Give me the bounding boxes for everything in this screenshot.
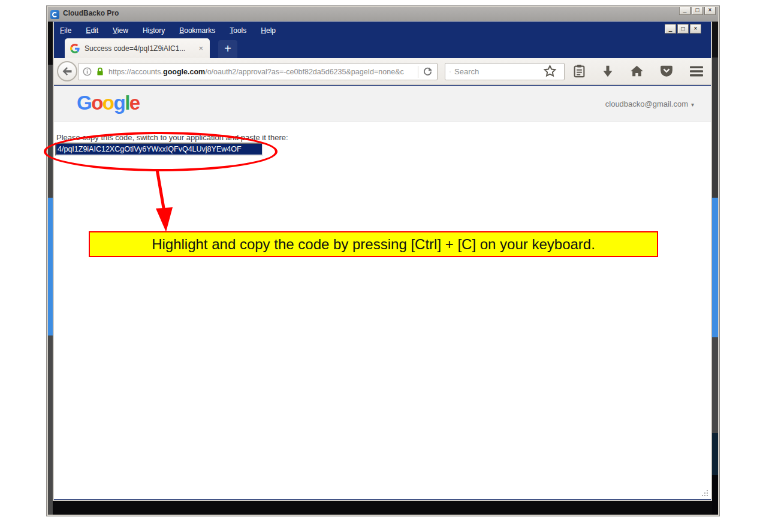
- firefox-window-controls: _ □ ×: [665, 24, 701, 34]
- google-header-band: Google cloudbacko@gmail.com▾: [54, 86, 711, 122]
- url-prefix: https://accounts.: [108, 68, 163, 76]
- annotation-arrow: [144, 168, 180, 234]
- google-favicon-icon: [70, 44, 80, 53]
- pocket-icon[interactable]: [660, 65, 673, 77]
- cloudbacko-titlebar: CloudBacko Pro _ □ ×: [48, 7, 718, 22]
- cloudbacko-left-sliver: [48, 22, 53, 515]
- copy-instruction-text: Please copy this code, switch to your ap…: [56, 133, 288, 142]
- site-info-icon[interactable]: [83, 67, 92, 76]
- new-tab-button[interactable]: +: [218, 40, 237, 58]
- account-email: cloudbacko@gmail.com: [605, 99, 688, 108]
- edge-segment: [712, 58, 718, 198]
- cloudbacko-content-behind: FileEditViewHistoryBookmarksToolsHelp _ …: [48, 22, 718, 515]
- account-menu[interactable]: cloudbacko@gmail.com▾: [605, 99, 694, 108]
- auth-code-input[interactable]: 4/pqI1Z9iAIC12XCgOtiVy6YWxxIQFvQ4LUvj8YE…: [55, 143, 263, 156]
- edge-segment: [712, 433, 718, 475]
- bookmarks-sidebar-icon[interactable]: [573, 64, 586, 78]
- close-button[interactable]: ×: [690, 24, 701, 34]
- downloads-icon[interactable]: [602, 65, 614, 78]
- toolbar-icons: [543, 64, 704, 78]
- navigation-toolbar: https://accounts.google.com/o/oauth2/app…: [54, 58, 711, 85]
- menu-item-tools[interactable]: Tools: [230, 26, 246, 35]
- resize-grip[interactable]: [699, 488, 708, 496]
- cloudbacko-window-title: CloudBacko Pro: [63, 9, 119, 17]
- edge-segment: [48, 22, 53, 65]
- url-text[interactable]: https://accounts.google.com/o/oauth2/app…: [108, 68, 414, 76]
- edge-segment: [712, 337, 718, 433]
- annotation-note: Highlight and copy the code by pressing …: [89, 231, 658, 257]
- url-bar[interactable]: https://accounts.google.com/o/oauth2/app…: [78, 63, 438, 80]
- cloudbacko-right-sliver: [712, 22, 718, 515]
- menu-item-view[interactable]: View: [113, 26, 128, 35]
- minimize-button[interactable]: _: [665, 24, 676, 34]
- edge-segment: [48, 335, 53, 515]
- url-path: /o/oauth2/approval?as=-ce0bf82da5d6235&p…: [205, 68, 404, 76]
- close-button[interactable]: ×: [704, 7, 716, 15]
- url-domain: google.com: [163, 68, 205, 76]
- menu-item-history[interactable]: History: [143, 26, 165, 35]
- back-arrow-icon: [62, 67, 73, 75]
- tab-success-code[interactable]: Success code=4/pqI1Z9iAIC1... ×: [65, 38, 210, 58]
- tab-strip: Success code=4/pqI1Z9iAIC1... × +: [54, 38, 711, 58]
- logo-letter: G: [77, 92, 91, 114]
- search-icon: [450, 68, 451, 76]
- reload-icon[interactable]: [423, 66, 433, 77]
- google-logo: Google: [77, 92, 140, 114]
- menu-item-help[interactable]: Help: [261, 26, 276, 35]
- cloudbacko-app-icon: [50, 10, 59, 19]
- menu-item-file[interactable]: File: [60, 26, 71, 35]
- edge-segment: [712, 22, 718, 58]
- menu-item-bookmarks[interactable]: Bookmarks: [179, 26, 215, 35]
- logo-letter: l: [125, 92, 129, 114]
- edge-segment: [712, 198, 718, 337]
- edge-segment: [48, 65, 53, 198]
- menu-bar: FileEditViewHistoryBookmarksToolsHelp: [54, 22, 711, 38]
- home-icon[interactable]: [630, 65, 644, 77]
- tab-title: Success code=4/pqI1Z9iAIC1...: [85, 44, 192, 53]
- secure-lock-icon[interactable]: [96, 67, 104, 76]
- hamburger-menu-icon[interactable]: [689, 65, 704, 77]
- logo-letter: o: [91, 92, 102, 114]
- logo-letter: g: [114, 92, 125, 114]
- edge-segment: [712, 475, 718, 515]
- logo-letter: o: [102, 92, 114, 114]
- logo-letter: e: [129, 92, 140, 114]
- bookmark-star-icon[interactable]: [543, 64, 557, 78]
- menu-item-edit[interactable]: Edit: [86, 26, 98, 35]
- edge-segment: [48, 198, 53, 335]
- maximize-button[interactable]: □: [677, 24, 689, 34]
- chevron-down-icon: ▾: [691, 101, 694, 108]
- auth-code-selected-text: 4/pqI1Z9iAIC12XCgOtiVy6YWxxIQFvQ4LUvj8YE…: [56, 144, 262, 155]
- tab-close-icon[interactable]: ×: [197, 44, 204, 53]
- back-button[interactable]: [57, 61, 77, 81]
- page-content: Google cloudbacko@gmail.com▾ Please copy…: [54, 86, 711, 499]
- maximize-button[interactable]: □: [692, 7, 703, 15]
- screenshot-stage: CloudBacko Pro _ □ ×: [0, 0, 760, 532]
- cloudbacko-window-controls: _ □ ×: [679, 7, 716, 15]
- cloudbacko-window: CloudBacko Pro _ □ ×: [47, 6, 719, 516]
- firefox-window: FileEditViewHistoryBookmarksToolsHelp _ …: [53, 22, 712, 501]
- urlbar-divider: [418, 66, 418, 78]
- minimize-button[interactable]: _: [679, 7, 690, 15]
